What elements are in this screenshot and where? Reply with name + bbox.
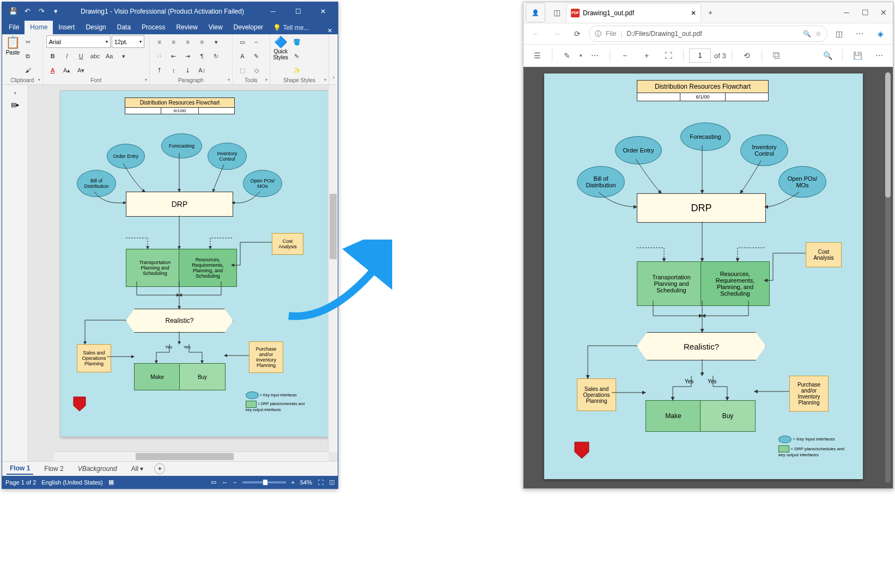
undo-icon[interactable]: ↶ xyxy=(22,6,33,17)
effects-button[interactable]: ✨ xyxy=(290,64,303,77)
align-more[interactable]: ▾ xyxy=(210,35,223,48)
align-center[interactable]: ≡ xyxy=(167,35,180,48)
shapes-expand-icon[interactable]: › xyxy=(14,89,16,96)
tab-home[interactable]: Home xyxy=(25,21,53,34)
page-view-icon[interactable]: ⿻ xyxy=(768,47,786,64)
ribbon-close-icon[interactable]: ✕ xyxy=(321,27,338,34)
macro-icon[interactable]: ▦ xyxy=(108,479,114,486)
zoom-slider[interactable] xyxy=(242,481,286,483)
redo-icon[interactable]: ↷ xyxy=(36,6,47,17)
underline-button[interactable]: U xyxy=(75,50,88,63)
shape-bill-of-distribution[interactable]: Bill of Distribution xyxy=(77,170,116,197)
quick-styles-icon[interactable]: 🔷 xyxy=(274,35,288,48)
tab-data[interactable]: Data xyxy=(112,21,136,34)
edge-maximize[interactable]: ☐ xyxy=(856,4,874,21)
page-tab-flow1[interactable]: Flow 1 xyxy=(7,463,33,475)
zoom-in-icon[interactable]: + xyxy=(291,479,295,486)
shrink-font-button[interactable]: A▾ xyxy=(75,64,88,77)
shapes-pane-collapsed[interactable]: › ▤▸ xyxy=(2,85,28,461)
pdf-zoom-out[interactable]: − xyxy=(616,47,634,64)
page-tab-vbackground[interactable]: VBackground xyxy=(75,463,120,474)
copy-icon[interactable]: ⧉ xyxy=(21,50,34,63)
drawing-page[interactable]: Distribution Resources Flowchart 6/1/00 … xyxy=(60,90,333,437)
zoom-lens-icon[interactable]: 🔍 xyxy=(803,30,811,38)
font-more-icon[interactable]: ▾ xyxy=(117,50,130,63)
zoom-value[interactable]: 54% xyxy=(300,479,312,486)
settings-more-icon[interactable]: ⋯ xyxy=(850,26,869,42)
tab-developer[interactable]: Developer xyxy=(228,21,269,34)
fill-button[interactable]: 🪣 xyxy=(290,35,303,48)
close-button[interactable]: ✕ xyxy=(310,2,336,20)
tool-3[interactable]: ⬚ xyxy=(236,64,249,77)
tab-process[interactable]: Process xyxy=(136,21,171,34)
tab-insert[interactable]: Insert xyxy=(53,21,80,34)
maximize-button[interactable]: ☐ xyxy=(285,2,310,20)
zoom-out-icon[interactable]: − xyxy=(233,479,236,486)
cut-icon[interactable]: ✂ xyxy=(21,35,34,48)
text-dir[interactable]: ¶ xyxy=(196,50,209,63)
shape-sop[interactable]: Sales and Operations Planning xyxy=(77,344,111,372)
presentation-icon[interactable]: ▭ xyxy=(211,479,216,486)
edge-close[interactable]: ✕ xyxy=(874,4,893,21)
pdf-viewport[interactable]: Distribution Resources Flowchart 6/1/00 … xyxy=(523,67,893,488)
copilot-icon[interactable]: ◈ xyxy=(871,26,890,42)
vertical-scrollbar[interactable] xyxy=(328,85,338,452)
switch-window-icon[interactable]: ◫ xyxy=(329,479,334,486)
valign-bot[interactable]: ⤓ xyxy=(181,64,194,77)
tab-review[interactable]: Review xyxy=(171,21,203,34)
shape-cost-analysis[interactable]: Cost Analysis xyxy=(272,233,303,255)
tool-misc[interactable]: ✎ xyxy=(250,50,263,63)
fit-width-icon[interactable]: ↔ xyxy=(222,479,228,486)
spacing[interactable]: A↕ xyxy=(196,64,209,77)
tab-design[interactable]: Design xyxy=(80,21,111,34)
tab-view[interactable]: View xyxy=(203,21,228,34)
bold-button[interactable]: B xyxy=(46,50,59,63)
qat-more-icon[interactable]: ▾ xyxy=(50,6,61,17)
split-screen-icon[interactable]: ◫ xyxy=(830,26,848,42)
address-bar[interactable]: ⓘ File | D:/Files/Drawing1_out.pdf 🔍 ☆ xyxy=(589,26,827,42)
favorite-icon[interactable]: ☆ xyxy=(815,30,821,38)
ribbon-collapse-icon[interactable]: ˄ xyxy=(332,76,335,82)
profile-icon[interactable]: 👤 xyxy=(526,3,545,22)
fit-icon[interactable]: ⛶ xyxy=(659,47,678,64)
back-button[interactable]: ← xyxy=(527,26,545,42)
align-left[interactable]: ≡ xyxy=(153,35,166,48)
draw-more-icon[interactable]: ▾ xyxy=(580,53,582,58)
page-tab-flow2[interactable]: Flow 2 xyxy=(41,463,66,474)
site-info-icon[interactable]: ⓘ xyxy=(595,29,601,39)
shape-resources[interactable]: Resources, Requirements, Planning, and S… xyxy=(179,249,237,287)
valign-top[interactable]: ⤒ xyxy=(153,64,166,77)
tab-close-icon[interactable]: ✕ xyxy=(691,9,696,17)
pdf-more-icon[interactable]: ⋯ xyxy=(586,47,604,64)
rotate-icon[interactable]: ⟲ xyxy=(738,47,756,64)
justify[interactable]: ≡ xyxy=(196,35,209,48)
draw-icon[interactable]: ✎ xyxy=(558,47,576,64)
page-tab-all[interactable]: All ▾ xyxy=(128,463,147,474)
shape-buy[interactable]: Buy xyxy=(179,363,226,390)
font-color-button[interactable]: A xyxy=(46,64,59,77)
indent-dec[interactable]: ⇤ xyxy=(167,50,180,63)
valign-mid[interactable]: ↕ xyxy=(167,64,180,77)
save-icon[interactable]: 💾 xyxy=(8,6,19,17)
format-painter-icon[interactable]: 🖌 xyxy=(21,64,34,77)
shape-pip[interactable]: Purchase and/or Inventory Planning xyxy=(249,341,283,373)
text-tool[interactable]: A xyxy=(236,50,249,63)
contents-icon[interactable]: ☰ xyxy=(528,47,546,64)
shape-transportation[interactable]: Transportation Planning and Scheduling xyxy=(126,249,184,287)
refresh-button[interactable]: ⟳ xyxy=(568,26,587,42)
pdf-overflow-icon[interactable]: ⋯ xyxy=(870,47,888,64)
shape-inventory-control[interactable]: Inventory Control xyxy=(208,143,247,170)
pdf-zoom-in[interactable]: + xyxy=(637,47,656,64)
add-page-button[interactable]: + xyxy=(154,463,165,474)
shapes-stencil-icon[interactable]: ▤▸ xyxy=(11,101,20,108)
strike-button[interactable]: abc xyxy=(89,50,102,63)
rotate-text[interactable]: ↻ xyxy=(210,50,223,63)
shape-order-entry[interactable]: Order Entry xyxy=(107,144,145,169)
page-number-input[interactable] xyxy=(689,48,711,63)
tell-me[interactable]: 💡 Tell me... xyxy=(269,21,313,34)
align-right[interactable]: ≡ xyxy=(181,35,194,48)
workspaces-icon[interactable]: ◫ xyxy=(547,4,566,21)
font-size-box[interactable]: 12pt.▾ xyxy=(112,35,144,48)
minimize-button[interactable]: ─ xyxy=(260,2,285,20)
pdf-scrollbar[interactable] xyxy=(885,72,891,483)
